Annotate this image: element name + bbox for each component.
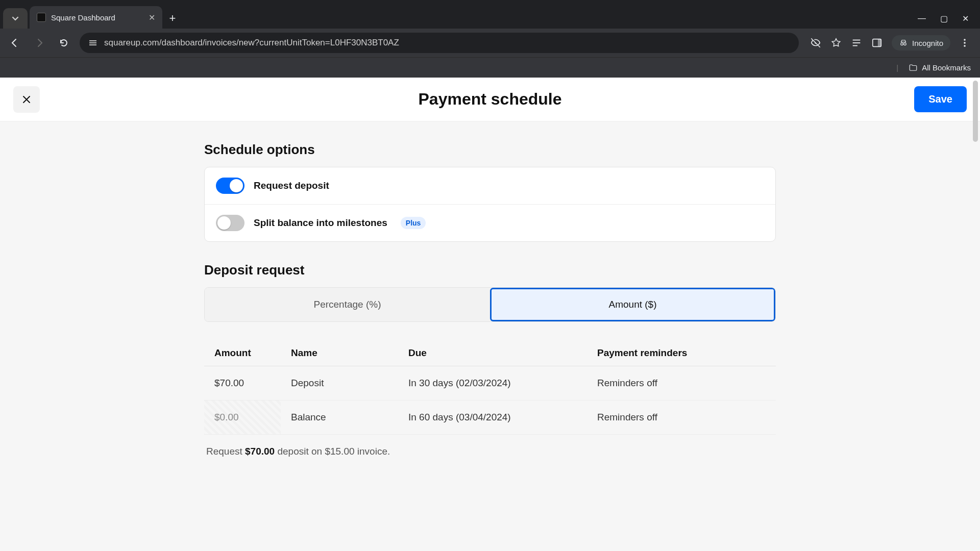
close-button[interactable] [13, 86, 40, 113]
col-due: Due [398, 340, 587, 366]
schedule-options-section: Schedule options Request deposit Split b… [204, 121, 776, 242]
option-request-deposit: Request deposit [205, 167, 775, 204]
nav-reload-button[interactable] [55, 34, 72, 52]
window-close-icon[interactable]: ✕ [962, 14, 969, 23]
scrollbar-vertical[interactable] [972, 78, 979, 551]
browser-tab-strip: Square Dashboard ✕ + — ▢ ✕ [0, 0, 980, 29]
eye-off-icon[interactable] [810, 37, 821, 48]
deposit-amount-input[interactable] [214, 378, 271, 389]
svg-point-11 [964, 42, 966, 44]
col-reminders: Payment reminders [587, 340, 776, 366]
modal-body: Schedule options Request deposit Split b… [0, 121, 980, 551]
deposit-type-tabs: Percentage (%) Amount ($) [204, 287, 776, 322]
deposit-request-heading: Deposit request [204, 262, 776, 278]
deposit-request-section: Deposit request Percentage (%) Amount ($… [204, 242, 776, 488]
side-panel-icon[interactable] [871, 37, 883, 48]
split-milestones-label: Split balance into milestones [254, 217, 387, 229]
svg-rect-3 [853, 40, 861, 41]
request-deposit-label: Request deposit [254, 180, 329, 191]
balance-name-cell: Balance [281, 400, 398, 435]
tab-title: Square Dashboard [51, 13, 115, 22]
deposit-reminders-link[interactable]: Reminders off [587, 366, 776, 400]
svg-rect-7 [878, 39, 881, 47]
svg-rect-5 [853, 45, 857, 46]
col-amount: Amount [204, 340, 281, 366]
col-name: Name [281, 340, 398, 366]
tab-percentage[interactable]: Percentage (%) [205, 288, 490, 321]
table-row: $0.00 Balance In 60 days (03/04/2024) Re… [204, 400, 776, 435]
svg-rect-2 [89, 44, 96, 45]
modal-header: Payment schedule Save [0, 78, 980, 121]
deposit-table: Amount Name Due Payment reminders Deposi… [204, 340, 776, 435]
summary-suffix: deposit on $15.00 invoice. [275, 446, 390, 457]
window-controls: — ▢ ✕ [918, 14, 980, 29]
address-bar[interactable]: squareup.com/dashboard/invoices/new?curr… [80, 33, 799, 53]
table-row: Deposit In 30 days (02/03/2024) Reminder… [204, 366, 776, 400]
svg-point-8 [901, 43, 903, 45]
deposit-amount-cell [204, 366, 281, 400]
browser-tab[interactable]: Square Dashboard ✕ [30, 6, 162, 29]
summary-amount: $70.00 [245, 446, 275, 457]
balance-due-link[interactable]: In 60 days (03/04/2024) [398, 400, 587, 435]
svg-rect-0 [89, 40, 96, 41]
table-header-row: Amount Name Due Payment reminders [204, 340, 776, 366]
option-split-milestones: Split balance into milestones Plus [205, 204, 775, 241]
deposit-due-link[interactable]: In 30 days (02/03/2024) [398, 366, 587, 400]
svg-rect-1 [89, 42, 96, 43]
schedule-options-card: Request deposit Split balance into miles… [204, 167, 776, 242]
folder-icon [909, 63, 918, 72]
schedule-options-heading: Schedule options [204, 142, 776, 158]
site-settings-icon[interactable] [88, 38, 98, 48]
tab-search-dropdown[interactable] [3, 8, 28, 29]
tab-close-icon[interactable]: ✕ [149, 13, 155, 22]
nav-back-button[interactable] [6, 34, 23, 52]
svg-point-9 [904, 43, 906, 45]
summary-prefix: Request [206, 446, 245, 457]
address-url: squareup.com/dashboard/invoices/new?curr… [104, 38, 399, 48]
deposit-name-cell: Deposit [281, 366, 398, 400]
balance-amount-cell: $0.00 [204, 400, 281, 435]
nav-forward-button [31, 34, 48, 52]
incognito-label: Incognito [912, 39, 943, 47]
save-button[interactable]: Save [914, 86, 967, 112]
bookmark-star-icon[interactable] [830, 37, 842, 48]
reading-list-icon[interactable] [851, 37, 862, 48]
all-bookmarks-link[interactable]: All Bookmarks [922, 63, 971, 72]
balance-reminders-link[interactable]: Reminders off [587, 400, 776, 435]
incognito-indicator[interactable]: Incognito [892, 35, 950, 51]
svg-rect-4 [853, 42, 861, 43]
tab-amount[interactable]: Amount ($) [490, 288, 775, 321]
window-minimize-icon[interactable]: — [918, 14, 926, 23]
browser-toolbar: squareup.com/dashboard/invoices/new?curr… [0, 29, 980, 57]
svg-point-10 [964, 39, 966, 41]
tab-favicon [37, 13, 46, 22]
split-milestones-toggle[interactable] [216, 215, 244, 231]
scrollbar-thumb[interactable] [973, 81, 978, 142]
deposit-summary: Request $70.00 deposit on $15.00 invoice… [204, 435, 776, 488]
request-deposit-toggle[interactable] [216, 178, 244, 194]
browser-menu-icon[interactable] [960, 38, 970, 48]
svg-point-12 [964, 45, 966, 47]
bookmarks-bar: | All Bookmarks [0, 57, 980, 78]
plus-badge: Plus [401, 217, 426, 229]
page-title: Payment schedule [419, 90, 562, 109]
window-maximize-icon[interactable]: ▢ [940, 14, 948, 23]
app-viewport: Payment schedule Save Schedule options R… [0, 78, 980, 551]
new-tab-button[interactable]: + [162, 8, 183, 29]
